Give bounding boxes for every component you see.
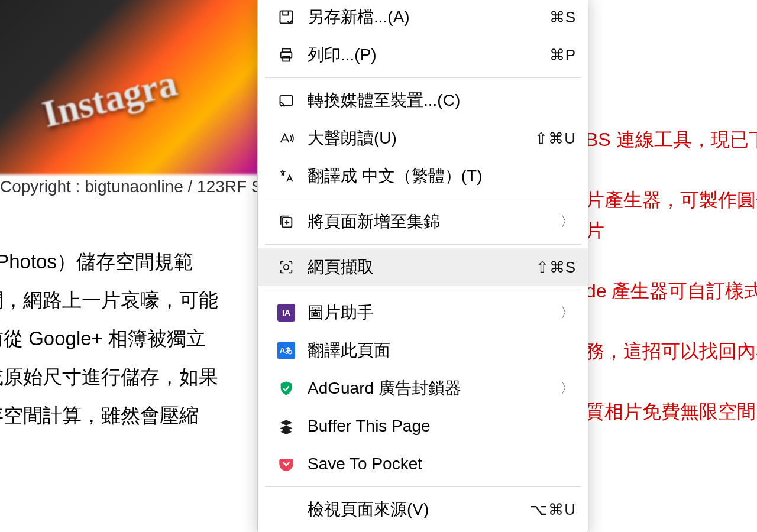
menu-item-print[interactable]: 列印...(P) ⌘P bbox=[258, 36, 588, 74]
context-menu: 另存新檔...(A) ⌘S 列印...(P) ⌘P 轉換媒體至裝置...(C) … bbox=[257, 0, 588, 532]
menu-item-label: 列印...(P) bbox=[298, 44, 549, 66]
menu-item-adguard[interactable]: AdGuard 廣告封鎖器 〉 bbox=[258, 369, 588, 407]
save-as-icon bbox=[274, 9, 298, 25]
sidebar-link[interactable]: 質相片免費無限空間， bbox=[585, 396, 757, 427]
collections-icon bbox=[274, 213, 298, 230]
menu-item-pocket[interactable]: Save To Pocket bbox=[258, 445, 588, 483]
menu-separator bbox=[265, 199, 581, 199]
read-aloud-icon bbox=[274, 130, 298, 147]
menu-item-shortcut: ⌘S bbox=[549, 8, 576, 27]
menu-item-shortcut: ⇧⌘U bbox=[535, 129, 576, 148]
svg-rect-4 bbox=[280, 96, 293, 105]
sidebar-link[interactable]: de 產生器可自訂樣式 bbox=[585, 275, 757, 306]
svg-rect-3 bbox=[283, 56, 290, 61]
chevron-right-icon: 〉 bbox=[561, 379, 576, 397]
menu-item-label: 翻譯成 中文（繁體）(T) bbox=[298, 165, 576, 187]
adguard-icon bbox=[274, 380, 298, 397]
pocket-icon bbox=[274, 456, 298, 472]
menu-item-translate-page[interactable]: Aあ 翻譯此頁面 bbox=[258, 332, 588, 369]
menu-item-label: 轉換媒體至裝置...(C) bbox=[298, 89, 576, 112]
menu-item-image-assistant[interactable]: IA 圖片助手 〉 bbox=[258, 294, 588, 332]
sidebar-link[interactable]: 務，這招可以找回內容 bbox=[585, 336, 757, 366]
menu-item-web-capture[interactable]: 網頁擷取 ⇧⌘S bbox=[258, 248, 588, 286]
menu-item-label: Save To Pocket bbox=[298, 455, 576, 473]
menu-item-label: AdGuard 廣告封鎖器 bbox=[298, 377, 561, 400]
image-assistant-icon: IA bbox=[274, 304, 298, 322]
menu-separator bbox=[265, 244, 581, 245]
menu-item-view-source[interactable]: 檢視頁面來源(V) ⌥⌘U bbox=[258, 491, 588, 528]
menu-item-label: Buffer This Page bbox=[298, 417, 576, 436]
menu-separator bbox=[265, 290, 581, 290]
menu-item-buffer[interactable]: Buffer This Page bbox=[258, 407, 588, 445]
menu-item-cast[interactable]: 轉換媒體至裝置...(C) bbox=[258, 82, 588, 119]
menu-item-shortcut: ⇧⌘S bbox=[536, 258, 576, 277]
menu-item-read-aloud[interactable]: 大聲朗讀(U) ⇧⌘U bbox=[258, 119, 588, 157]
menu-item-label: 另存新檔...(A) bbox=[298, 6, 549, 28]
menu-item-label: 圖片助手 bbox=[298, 301, 561, 324]
translate-icon bbox=[274, 168, 298, 184]
menu-item-label: 網頁擷取 bbox=[298, 256, 536, 278]
translate-page-icon: Aあ bbox=[274, 342, 298, 359]
menu-item-label: 大聲朗讀(U) bbox=[298, 127, 535, 150]
web-capture-icon bbox=[274, 259, 298, 275]
menu-item-save-as[interactable]: 另存新檔...(A) ⌘S bbox=[258, 0, 588, 36]
menu-item-shortcut: ⌥⌘U bbox=[530, 501, 576, 519]
chevron-right-icon: 〉 bbox=[561, 304, 576, 322]
sidebar-link[interactable]: 片產生器，可製作圓色圖片 bbox=[585, 184, 757, 246]
sidebar-links: BS 連線工具，現已下載 片產生器，可製作圓色圖片 de 產生器可自訂樣式 務，… bbox=[585, 124, 757, 456]
cast-icon bbox=[274, 92, 298, 109]
menu-item-translate[interactable]: 翻譯成 中文（繁體）(T) bbox=[258, 157, 588, 195]
menu-item-add-collection[interactable]: 將頁面新增至集錦 〉 bbox=[258, 203, 588, 241]
svg-point-6 bbox=[284, 265, 289, 270]
chevron-right-icon: 〉 bbox=[561, 213, 576, 231]
print-icon bbox=[274, 47, 298, 63]
buffer-icon bbox=[274, 418, 298, 434]
menu-separator bbox=[265, 486, 581, 487]
menu-item-label: 檢視頁面來源(V) bbox=[298, 498, 530, 521]
menu-item-label: 翻譯此頁面 bbox=[298, 339, 576, 362]
sidebar-link[interactable]: BS 連線工具，現已下載 bbox=[585, 124, 757, 155]
menu-item-shortcut: ⌘P bbox=[549, 46, 576, 64]
menu-item-label: 將頁面新增至集錦 bbox=[298, 210, 561, 233]
menu-separator bbox=[265, 77, 581, 78]
